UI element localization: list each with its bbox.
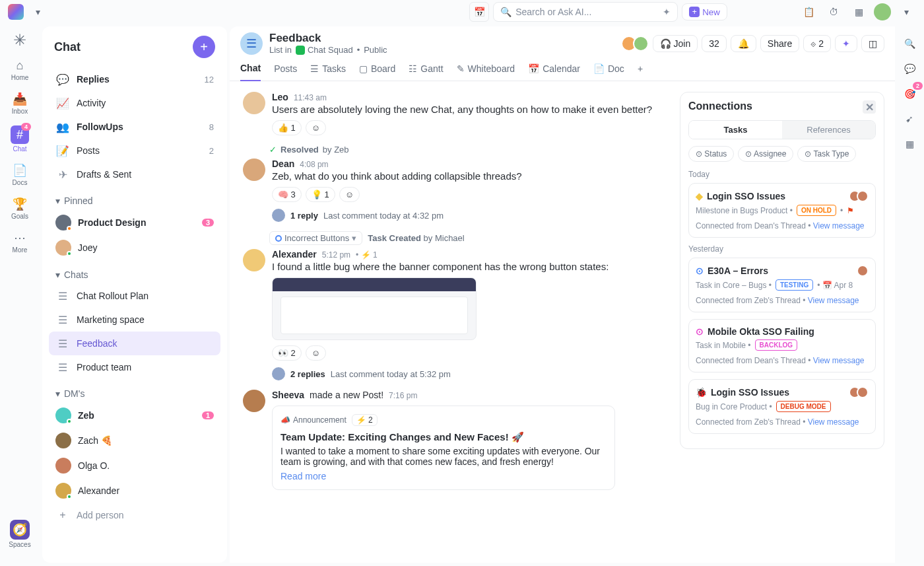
panel-toggle-button[interactable]: ◫ (861, 35, 884, 52)
chevron-down-icon[interactable]: ▾ (28, 2, 48, 22)
search-icon[interactable]: 🔍 (902, 36, 917, 52)
list-icon: ☰ (240, 32, 263, 55)
tab-posts[interactable]: Posts (274, 63, 297, 81)
tab-doc[interactable]: 📄Doc (593, 63, 624, 81)
rail-logo[interactable]: ✳ (3, 29, 36, 52)
filter-status[interactable]: ⊙ Status (688, 146, 734, 162)
add-reaction[interactable]: ☺ (306, 345, 326, 361)
target-icon[interactable]: 🎯2 (902, 86, 917, 102)
tab-whiteboard[interactable]: ✎Whiteboard (457, 63, 515, 81)
avatar[interactable] (243, 390, 265, 412)
rail-spaces[interactable]: 🧭 Spaces (3, 516, 36, 552)
rail-more[interactable]: ⋯ More (3, 227, 36, 258)
avatar[interactable] (243, 92, 265, 114)
add-reaction[interactable]: ☺ (306, 120, 326, 135)
comment-icon[interactable]: 💬 (902, 61, 917, 77)
rail-goals[interactable]: 🏆 Goals (3, 193, 36, 224)
badge: 2 (913, 82, 923, 90)
sidebar-item[interactable]: ☰ Marketing space (49, 308, 220, 332)
reaction[interactable]: 👀 2 (272, 345, 302, 361)
nav-drafts & sent[interactable]: ✈ Drafts & Sent (49, 162, 220, 186)
connection-card[interactable]: ⊙ Mobile Okta SSO Failing Task in Mobile… (688, 319, 876, 372)
thread-reply[interactable]: 2 replies Last comment today at 5:32 pm (272, 367, 667, 380)
section-pinned[interactable]: ▾ Pinned (49, 186, 220, 210)
nav-activity[interactable]: 📈 Activity (49, 91, 220, 115)
tab-tasks[interactable]: ☰Tasks (310, 63, 346, 81)
search-input[interactable]: 🔍 Search or Ask AI... ✦ (493, 2, 678, 22)
rail-chat[interactable]: # 4 Chat (3, 122, 36, 157)
reaction[interactable]: 💡 1 (306, 187, 335, 202)
tab-chat[interactable]: Chat (240, 63, 261, 81)
tab-icon: 📅 (528, 63, 539, 74)
member-count[interactable]: 32 (702, 35, 727, 52)
view-message-link[interactable]: View message (813, 356, 865, 365)
sidebar-item[interactable]: Olga O. (49, 453, 220, 478)
nav-posts[interactable]: 📝 Posts 2 (49, 139, 220, 162)
member-avatars[interactable] (625, 36, 649, 52)
calendar-icon[interactable]: 📅 (469, 2, 489, 22)
filter-task-type[interactable]: ⊙ Task Type (797, 146, 856, 162)
connections-count[interactable]: ⟐2 (803, 35, 831, 52)
view-message-link[interactable]: View message (813, 221, 865, 230)
apps-grid-icon[interactable]: ▦ (849, 2, 869, 22)
docs-icon: 📄 (13, 163, 27, 178)
tab-board[interactable]: ▢Board (359, 63, 395, 81)
crumb-space[interactable]: Chat Squad (296, 45, 353, 55)
connection-card[interactable]: 🐞 Login SSO Issues Bug in Core Product •… (688, 379, 876, 434)
conn-title: ⊙ E30A – Errors (696, 265, 869, 277)
reaction[interactable]: 🧠 3 (272, 187, 302, 202)
clipboard-icon[interactable]: 📋 (799, 2, 818, 22)
user-avatar[interactable] (874, 3, 891, 20)
section-chats[interactable]: ▾ Chats (49, 260, 220, 284)
new-chat-button[interactable]: + (193, 36, 215, 58)
section-dms[interactable]: ▾ DM's (49, 379, 220, 403)
view-message-link[interactable]: View message (808, 296, 859, 305)
notifications-button[interactable]: 🔔 (731, 35, 756, 52)
task-chip[interactable]: Incorrect Buttons ▾ (269, 231, 362, 245)
rail-home[interactable]: ⌂ Home (3, 54, 36, 85)
arrow-icon[interactable]: ➹ (902, 111, 917, 127)
view-message-link[interactable]: View message (808, 417, 859, 427)
filter-assignee[interactable]: ⊙ Assignee (738, 146, 793, 162)
sidebar-item[interactable]: ☰ Chat Rollout Plan (49, 284, 220, 308)
connection-card[interactable]: ⊙ E30A – Errors Task in Core – Bugs • TE… (688, 258, 876, 312)
conn-tab-references[interactable]: References (782, 121, 875, 139)
tab-calendar[interactable]: 📅Calendar (528, 63, 580, 81)
post-card[interactable]: 📣 Announcement⚡ 2 Team Update: Exciting … (272, 406, 615, 490)
rail-inbox[interactable]: 📥 Inbox (3, 88, 36, 119)
share-button[interactable]: Share (760, 35, 799, 52)
nav-replies[interactable]: 💬 Replies 12 (49, 67, 220, 91)
sidebar-item[interactable]: ☰ Product team (49, 355, 220, 379)
headphones-icon: 🎧 (660, 38, 671, 49)
search-placeholder: Search or Ask AI... (515, 7, 659, 17)
tab-gantt[interactable]: ☷Gantt (409, 63, 443, 81)
grid-icon[interactable]: ▦ (902, 136, 917, 152)
add-reaction[interactable]: ☺ (339, 187, 360, 202)
nav-followups[interactable]: 👥 FollowUps 8 (49, 115, 220, 139)
ai-button[interactable]: ✦ (835, 35, 857, 52)
reaction[interactable]: 👍 1 (272, 120, 302, 135)
rail-docs[interactable]: 📄 Docs (3, 159, 36, 190)
read-more-link[interactable]: Read more (280, 471, 607, 481)
conn-tab-tasks[interactable]: Tasks (689, 121, 782, 139)
connection-card[interactable]: ◆ Login SSO Issues Milestone in Bugs Pro… (688, 183, 876, 238)
app-logo[interactable] (8, 4, 24, 20)
sidebar-item[interactable]: Zeb 1 (49, 403, 220, 428)
new-button[interactable]: + New (682, 3, 727, 20)
nav-label: Posts (77, 145, 203, 156)
add-view-button[interactable]: + (638, 63, 643, 81)
sidebar-item[interactable]: Alexander (49, 478, 220, 503)
join-button[interactable]: 🎧Join (653, 35, 698, 52)
avatar[interactable] (243, 249, 265, 271)
sidebar-item[interactable]: Product Design 3 (49, 210, 220, 235)
chevron-down-icon[interactable]: ▾ (896, 2, 916, 22)
stopwatch-icon[interactable]: ⏱ (824, 2, 843, 22)
sidebar-item[interactable]: Joey (49, 235, 220, 260)
thread-reply[interactable]: 1 reply Last comment today at 4:32 pm (272, 209, 667, 222)
sidebar-item[interactable]: Zach 🍕 (49, 428, 220, 453)
sidebar-item[interactable]: ☰ Feedback (49, 332, 220, 355)
add-person-button[interactable]: + Add person (49, 503, 220, 527)
avatar[interactable] (243, 159, 265, 181)
close-icon[interactable]: ✕ (863, 100, 876, 114)
attachment-image[interactable] (272, 277, 477, 340)
